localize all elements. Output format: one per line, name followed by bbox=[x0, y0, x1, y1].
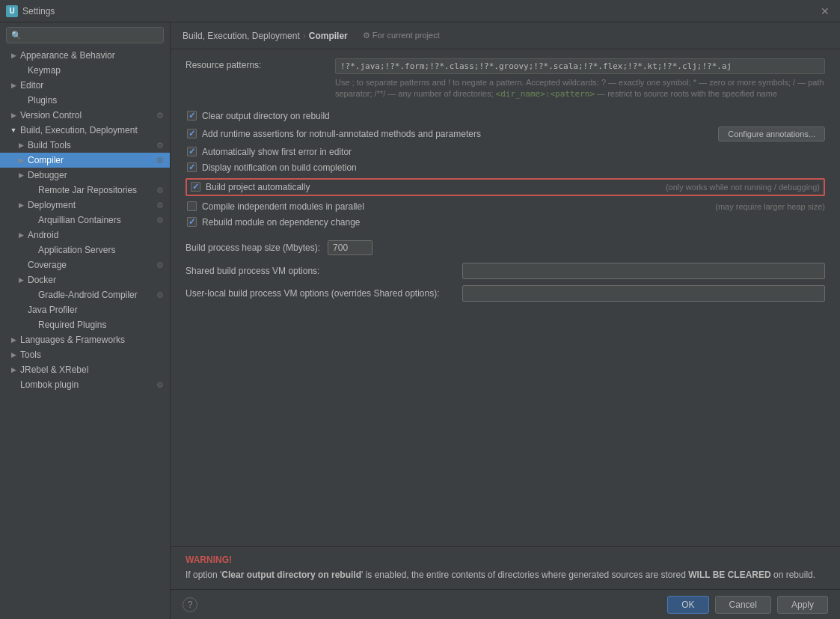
sidebar-nav: ▶Appearance & BehaviorKeymap▶EditorPlugi… bbox=[0, 48, 170, 392]
sidebar-item-editor[interactable]: ▶Editor bbox=[0, 78, 170, 93]
sidebar-item-java-profiler[interactable]: Java Profiler bbox=[0, 302, 170, 317]
checkbox-note-compile-independent: (may require larger heap size) bbox=[715, 202, 825, 211]
sidebar-item-version-control[interactable]: ▶Version Control⚙ bbox=[0, 108, 170, 123]
nav-label-version-control: Version Control bbox=[20, 110, 153, 121]
search-input[interactable] bbox=[25, 30, 159, 40]
cancel-button[interactable]: Cancel bbox=[715, 596, 771, 614]
help-icon[interactable]: ? bbox=[183, 597, 197, 612]
resource-patterns-label: Resource patterns: bbox=[186, 58, 335, 70]
breadcrumb-separator: › bbox=[303, 31, 306, 41]
heap-size-input[interactable] bbox=[328, 240, 373, 255]
nav-arrow-gradle-android-compiler bbox=[27, 290, 36, 299]
checkbox-clear-output[interactable] bbox=[187, 111, 197, 121]
sidebar-item-debugger[interactable]: ▶Debugger bbox=[0, 168, 170, 183]
apply-button[interactable]: Apply bbox=[777, 596, 828, 614]
sidebar-item-build-exec-deploy[interactable]: ▼Build, Execution, Deployment bbox=[0, 123, 170, 138]
nav-arrow-lombok-plugin bbox=[9, 380, 18, 389]
sidebar-item-plugins[interactable]: Plugins bbox=[0, 93, 170, 108]
nav-arrow-remote-jar-repos bbox=[27, 186, 36, 195]
nav-arrow-java-profiler bbox=[16, 305, 25, 314]
sidebar-item-compiler[interactable]: ▶Compiler⚙ bbox=[0, 153, 170, 168]
content-body: Resource patterns: Use ; to separate pat… bbox=[171, 49, 840, 546]
nav-label-editor: Editor bbox=[20, 80, 164, 91]
checkbox-rebuild-on-dependency[interactable] bbox=[187, 217, 197, 227]
nav-arrow-appearance: ▶ bbox=[9, 51, 18, 60]
app-icon: U bbox=[6, 5, 18, 17]
nav-arrow-keymap bbox=[16, 66, 25, 75]
resource-patterns-hint: Use ; to separate patterns and ! to nega… bbox=[335, 77, 825, 100]
sidebar-item-lombok-plugin[interactable]: Lombok plugin⚙ bbox=[0, 377, 170, 392]
ok-button[interactable]: OK bbox=[667, 596, 708, 614]
nav-label-remote-jar-repos: Remote Jar Repositories bbox=[38, 185, 153, 195]
checkbox-row-rebuild-on-dependency: Rebuild module on dependency change bbox=[186, 217, 825, 228]
nav-label-appearance: Appearance & Behavior bbox=[20, 50, 164, 61]
checkbox-label-rebuild-on-dependency: Rebuild module on dependency change bbox=[202, 217, 825, 228]
nav-label-arquillian-containers: Arquillian Containers bbox=[38, 215, 153, 225]
nav-arrow-required-plugins bbox=[27, 320, 36, 329]
sidebar-item-required-plugins[interactable]: Required Plugins bbox=[0, 317, 170, 332]
configure-btn-add-runtime[interactable]: Configure annotations... bbox=[718, 126, 825, 141]
gear-icon-compiler: ⚙ bbox=[156, 156, 164, 165]
sidebar-item-docker[interactable]: ▶Docker bbox=[0, 272, 170, 287]
nav-label-jrebel-xrebel: JRebel & XRebel bbox=[20, 365, 164, 375]
checkbox-build-project-auto[interactable] bbox=[191, 182, 200, 192]
nav-arrow-editor: ▶ bbox=[9, 81, 18, 90]
checkbox-compile-independent[interactable] bbox=[187, 201, 197, 211]
sidebar-item-build-tools[interactable]: ▶Build Tools⚙ bbox=[0, 138, 170, 153]
sidebar-item-arquillian-containers[interactable]: Arquillian Containers⚙ bbox=[0, 213, 170, 228]
heap-size-row: Build process heap size (Mbytes): bbox=[186, 240, 825, 255]
checkbox-row-clear-output: Clear output directory on rebuild bbox=[186, 111, 825, 121]
resource-patterns-value-container: Use ; to separate patterns and ! to nega… bbox=[335, 58, 825, 100]
checkbox-row-build-project-auto: Build project automatically(only works w… bbox=[186, 178, 825, 196]
warning-text: If option 'Clear output directory on reb… bbox=[186, 568, 825, 582]
checkbox-label-display-notification: Display notification on build completion bbox=[202, 162, 825, 173]
sidebar-item-jrebel-xrebel[interactable]: ▶JRebel & XRebel bbox=[0, 362, 170, 377]
sidebar-item-deployment[interactable]: ▶Deployment⚙ bbox=[0, 198, 170, 213]
nav-arrow-deployment: ▶ bbox=[16, 201, 25, 210]
sidebar-item-coverage[interactable]: Coverage⚙ bbox=[0, 257, 170, 272]
gear-icon-arquillian-containers: ⚙ bbox=[156, 216, 164, 225]
gear-icon-coverage: ⚙ bbox=[156, 260, 164, 270]
breadcrumb-current: Compiler bbox=[309, 31, 348, 41]
close-button[interactable]: ✕ bbox=[816, 4, 834, 19]
nav-arrow-debugger: ▶ bbox=[16, 171, 25, 180]
user-local-vm-input[interactable] bbox=[462, 285, 825, 302]
sidebar-item-application-servers[interactable]: Application Servers bbox=[0, 243, 170, 257]
heap-size-label: Build process heap size (Mbytes): bbox=[186, 243, 320, 253]
warning-section: WARNING! If option 'Clear output directo… bbox=[171, 546, 840, 589]
nav-label-keymap: Keymap bbox=[28, 65, 164, 76]
sidebar-item-keymap[interactable]: Keymap bbox=[0, 63, 170, 78]
nav-label-build-tools: Build Tools bbox=[28, 140, 153, 150]
checkbox-note-build-project-auto: (only works while not running / debuggin… bbox=[666, 183, 820, 192]
shared-vm-label: Shared build process VM options: bbox=[186, 266, 462, 276]
sidebar-item-languages-frameworks[interactable]: ▶Languages & Frameworks bbox=[0, 332, 170, 347]
nav-label-java-profiler: Java Profiler bbox=[28, 305, 164, 315]
sidebar-item-appearance[interactable]: ▶Appearance & Behavior bbox=[0, 48, 170, 63]
resource-patterns-input[interactable] bbox=[335, 58, 825, 74]
checkbox-auto-show-error[interactable] bbox=[187, 147, 197, 156]
bottom-bar: ? OK Cancel Apply bbox=[171, 589, 840, 619]
gear-icon-deployment: ⚙ bbox=[156, 201, 164, 210]
checkbox-display-notification[interactable] bbox=[187, 162, 197, 172]
sidebar-item-gradle-android-compiler[interactable]: Gradle-Android Compiler⚙ bbox=[0, 287, 170, 302]
nav-label-lombok-plugin: Lombok plugin bbox=[20, 379, 153, 390]
checkbox-label-build-project-auto: Build project automatically bbox=[206, 182, 651, 192]
for-current-project: ⚙ For current project bbox=[363, 31, 440, 40]
nav-label-build-exec-deploy: Build, Execution, Deployment bbox=[20, 125, 164, 135]
nav-arrow-docker: ▶ bbox=[16, 275, 25, 284]
checkbox-label-auto-show-error: Automatically show first error in editor bbox=[202, 147, 825, 157]
nav-label-application-servers: Application Servers bbox=[38, 245, 164, 255]
main-container: 🔍 ▶Appearance & BehaviorKeymap▶EditorPlu… bbox=[0, 22, 840, 619]
checkbox-add-runtime[interactable] bbox=[187, 129, 197, 138]
sidebar-item-android[interactable]: ▶Android bbox=[0, 228, 170, 243]
breadcrumb-parent: Build, Execution, Deployment bbox=[183, 31, 300, 41]
sidebar-item-tools[interactable]: ▶Tools bbox=[0, 347, 170, 362]
nav-arrow-plugins bbox=[16, 96, 25, 105]
checkbox-row-add-runtime: Add runtime assertions for notnull-annot… bbox=[186, 126, 825, 141]
search-box[interactable]: 🔍 bbox=[6, 27, 164, 43]
sidebar-item-remote-jar-repos[interactable]: Remote Jar Repositories⚙ bbox=[0, 183, 170, 198]
shared-vm-input[interactable] bbox=[462, 263, 825, 279]
nav-label-coverage: Coverage bbox=[28, 260, 153, 270]
user-local-vm-label: User-local build process VM options (ove… bbox=[186, 288, 462, 299]
gear-icon-gradle-android-compiler: ⚙ bbox=[156, 290, 164, 300]
